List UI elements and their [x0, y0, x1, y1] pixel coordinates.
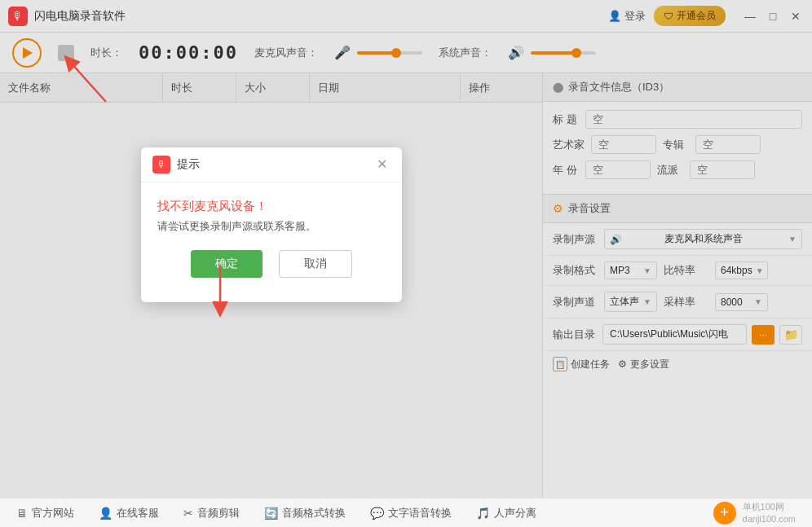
bottom-right: + 单机100网 danji100.com — [713, 501, 796, 525]
watermark: 单机100网 danji100.com — [743, 501, 796, 525]
cancel-button[interactable]: 取消 — [279, 250, 352, 278]
dialog-title: 提示 — [177, 157, 200, 172]
dialog-sub-text: 请尝试更换录制声源或联系客服。 — [157, 219, 386, 234]
dialog-buttons: 确定 取消 — [157, 250, 386, 294]
voice-icon: 🎵 — [476, 507, 490, 520]
dialog-header-left: 🎙 提示 — [152, 156, 200, 173]
tts-icon: 💬 — [370, 507, 384, 520]
dialog: 🎙 提示 ✕ 找不到麦克风设备！ 请尝试更换录制声源或联系客服。 确定 取消 — [141, 147, 402, 302]
scissors-icon: ✂ — [183, 507, 193, 520]
converter-button[interactable]: 🔄 音频格式转换 — [264, 506, 346, 520]
editor-button[interactable]: ✂ 音频剪辑 — [183, 506, 240, 520]
bottom-bar: 🖥 官方网站 👤 在线客服 ✂ 音频剪辑 🔄 音频格式转换 💬 文字语音转换 🎵… — [0, 498, 812, 527]
dialog-header: 🎙 提示 ✕ — [141, 147, 402, 182]
dialog-main-text: 找不到麦克风设备！ — [157, 199, 386, 214]
globe-icon: 🖥 — [16, 507, 28, 520]
dialog-app-icon: 🎙 — [152, 156, 170, 173]
dialog-body: 找不到麦克风设备！ 请尝试更换录制声源或联系客服。 确定 取消 — [141, 182, 402, 302]
support-button[interactable]: 👤 在线客服 — [99, 506, 159, 520]
website-button[interactable]: 🖥 官方网站 — [16, 506, 74, 520]
dialog-overlay: 🎙 提示 ✕ 找不到麦克风设备！ 请尝试更换录制声源或联系客服。 确定 取消 — [0, 0, 812, 498]
support-icon: 👤 — [99, 507, 113, 520]
separator-button[interactable]: 🎵 人声分离 — [476, 506, 536, 520]
tts-button[interactable]: 💬 文字语音转换 — [370, 506, 452, 520]
add-button[interactable]: + — [713, 502, 736, 525]
confirm-button[interactable]: 确定 — [191, 250, 263, 278]
dialog-close-button[interactable]: ✕ — [373, 156, 391, 173]
convert-icon: 🔄 — [264, 507, 278, 520]
